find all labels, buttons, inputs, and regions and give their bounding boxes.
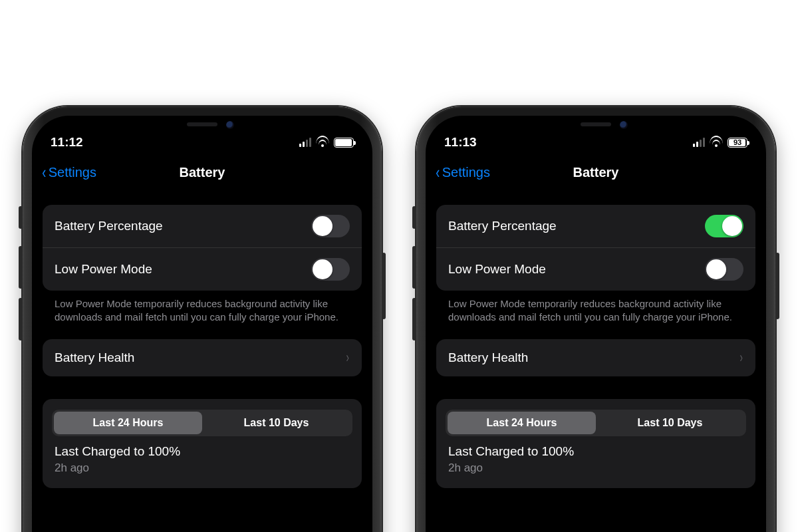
- volume-down-button[interactable]: [412, 298, 416, 340]
- page-title: Battery: [573, 165, 619, 180]
- battery-health-row[interactable]: Battery Health ›: [43, 339, 362, 376]
- usage-range-segmented[interactable]: Last 24 Hours Last 10 Days: [446, 410, 746, 436]
- back-button[interactable]: ‹ Settings: [435, 164, 490, 181]
- battery-percentage-toggle[interactable]: [311, 215, 350, 237]
- phone-right: 11:13 93 ‹ Settings Battery: [416, 106, 775, 532]
- last-charged-sub: 2h ago: [448, 462, 743, 475]
- screen: 11:13 93 ‹ Settings Battery: [426, 116, 766, 532]
- row-label: Low Power Mode: [448, 262, 546, 277]
- low-power-mode-toggle[interactable]: [705, 258, 743, 281]
- nav-bar: ‹ Settings Battery: [32, 156, 372, 189]
- phone-left: 11:12 ‹ Settings Battery: [23, 106, 382, 532]
- earpiece: [581, 122, 611, 126]
- last-charged-sub: 2h ago: [55, 462, 350, 475]
- volume-up-button[interactable]: [412, 246, 416, 289]
- row-label: Battery Health: [55, 350, 134, 365]
- cellular-signal-icon: [693, 138, 705, 147]
- notch: [536, 116, 656, 138]
- clock: 11:13: [444, 135, 477, 150]
- battery-percentage-toggle[interactable]: [705, 215, 743, 237]
- segment-last-10d[interactable]: Last 10 Days: [202, 412, 350, 434]
- front-camera: [620, 121, 628, 129]
- volume-down-button[interactable]: [19, 298, 23, 340]
- back-button[interactable]: ‹ Settings: [41, 164, 96, 181]
- chevron-left-icon: ‹: [436, 164, 440, 181]
- battery-usage-group: Last 24 Hours Last 10 Days Last Charged …: [436, 399, 755, 488]
- back-label: Settings: [442, 165, 490, 180]
- last-charged-title: Last Charged to 100%: [448, 444, 743, 459]
- back-label: Settings: [49, 165, 96, 180]
- mute-switch[interactable]: [412, 206, 416, 229]
- battery-options-group: Battery Percentage Low Power Mode: [43, 205, 362, 291]
- low-power-mode-row[interactable]: Low Power Mode: [436, 247, 755, 291]
- mute-switch[interactable]: [19, 206, 23, 229]
- low-power-mode-row[interactable]: Low Power Mode: [43, 247, 362, 291]
- battery-icon: 93: [728, 138, 747, 148]
- segment-last-24h[interactable]: Last 24 Hours: [448, 412, 596, 434]
- battery-usage-group: Last 24 Hours Last 10 Days Last Charged …: [43, 399, 362, 488]
- low-power-mode-footer: Low Power Mode temporarily reduces backg…: [43, 291, 362, 325]
- battery-options-group: Battery Percentage Low Power Mode: [436, 205, 755, 291]
- row-label: Battery Health: [448, 350, 528, 365]
- cellular-signal-icon: [299, 138, 311, 147]
- low-power-mode-footer: Low Power Mode temporarily reduces backg…: [436, 291, 755, 325]
- notch: [142, 116, 262, 138]
- phone-comparison: 11:12 ‹ Settings Battery: [0, 106, 798, 532]
- clock: 11:12: [51, 135, 83, 150]
- row-label: Low Power Mode: [55, 262, 152, 277]
- battery-percentage-row[interactable]: Battery Percentage: [43, 205, 362, 247]
- wifi-icon: [316, 138, 329, 147]
- last-charged-title: Last Charged to 100%: [55, 444, 350, 459]
- page-title: Battery: [180, 165, 225, 180]
- side-button[interactable]: [382, 253, 386, 319]
- wifi-icon: [710, 138, 723, 147]
- battery-health-group: Battery Health ›: [436, 339, 755, 376]
- earpiece: [187, 122, 217, 126]
- chevron-right-icon: ›: [739, 349, 742, 366]
- row-label: Battery Percentage: [55, 219, 163, 233]
- chevron-left-icon: ‹: [42, 164, 46, 181]
- nav-bar: ‹ Settings Battery: [426, 156, 766, 189]
- row-label: Battery Percentage: [448, 219, 557, 233]
- segment-last-10d[interactable]: Last 10 Days: [596, 412, 744, 434]
- battery-icon: [334, 138, 354, 148]
- battery-percentage-row[interactable]: Battery Percentage: [436, 205, 755, 247]
- low-power-mode-toggle[interactable]: [311, 258, 350, 281]
- battery-health-row[interactable]: Battery Health ›: [436, 339, 755, 376]
- side-button[interactable]: [775, 253, 779, 319]
- chevron-right-icon: ›: [346, 349, 348, 366]
- battery-percentage-label: 93: [733, 138, 741, 146]
- usage-range-segmented[interactable]: Last 24 Hours Last 10 Days: [52, 410, 352, 436]
- screen: 11:12 ‹ Settings Battery: [32, 116, 372, 532]
- segment-last-24h[interactable]: Last 24 Hours: [54, 412, 202, 434]
- battery-health-group: Battery Health ›: [43, 339, 362, 376]
- front-camera: [226, 121, 234, 129]
- volume-up-button[interactable]: [19, 246, 23, 289]
